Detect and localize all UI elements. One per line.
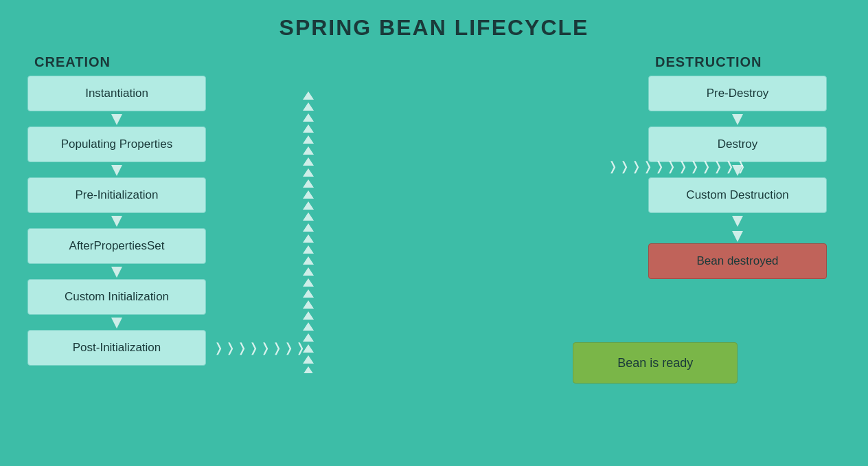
svg-marker-28 (303, 344, 314, 353)
pre-destroy-box: Pre-Destroy (648, 76, 827, 111)
vertical-arrows-col (296, 85, 321, 373)
populating-properties-box: Populating Properties (27, 126, 206, 162)
middle-column: ❭ ❭ ❭ ❭ ❭ ❭ ❭ ❭ ❭ ❭ ❭ ❭ Bean is ready (236, 85, 380, 373)
svg-marker-30 (303, 366, 314, 373)
svg-marker-18 (303, 234, 314, 243)
after-properties-set-box: AfterPropertiesSet (27, 228, 206, 264)
svg-marker-31 (732, 114, 743, 125)
destroy-box: Destroy (648, 126, 827, 162)
svg-marker-4 (111, 318, 122, 329)
svg-marker-34 (732, 231, 743, 242)
custom-destruction-box: Custom Destruction (648, 177, 827, 213)
svg-marker-1 (111, 165, 122, 176)
svg-marker-6 (303, 102, 314, 111)
bean-destroyed-box: Bean destroyed (648, 243, 827, 279)
svg-marker-25 (303, 311, 314, 320)
creation-label: CREATION (34, 54, 111, 70)
svg-marker-29 (303, 355, 314, 364)
arrow-5 (27, 316, 206, 329)
arrow-1 (27, 113, 206, 125)
pre-initialization-box: Pre-Initialization (27, 177, 206, 213)
creation-column: CREATION Instantiation Populating Proper… (27, 54, 236, 366)
bean-ready-box: Bean is ready (573, 342, 738, 384)
svg-marker-8 (303, 124, 314, 133)
svg-marker-26 (303, 322, 314, 331)
svg-marker-27 (303, 333, 314, 342)
svg-marker-24 (303, 300, 314, 309)
d-arrow-1 (648, 113, 827, 125)
svg-marker-33 (732, 216, 743, 227)
svg-marker-12 (303, 168, 314, 177)
svg-marker-5 (303, 91, 314, 100)
diagram: CREATION Instantiation Populating Proper… (0, 54, 868, 373)
svg-marker-11 (303, 157, 314, 166)
svg-marker-16 (303, 212, 314, 221)
svg-marker-17 (303, 223, 314, 232)
d-arrow-3 (648, 214, 827, 227)
svg-marker-13 (303, 179, 314, 188)
post-initialization-box: Post-Initialization (27, 330, 206, 366)
arrow-2 (27, 164, 206, 176)
svg-marker-21 (303, 267, 314, 276)
svg-marker-19 (303, 245, 314, 254)
svg-marker-0 (111, 114, 122, 125)
svg-marker-3 (111, 267, 122, 278)
svg-marker-23 (303, 289, 314, 298)
page-title: SPRING BEAN LIFECYCLE (0, 0, 868, 47)
top-horizontal-arrows: ❭ ❭ ❭ ❭ ❭ ❭ ❭ ❭ ❭ ❭ ❭ ❭ (607, 160, 747, 173)
arrow-3 (27, 214, 206, 227)
svg-marker-10 (303, 146, 314, 155)
instantiation-box: Instantiation (27, 76, 206, 111)
svg-marker-14 (303, 190, 314, 199)
arrow-4 (27, 265, 206, 278)
svg-marker-2 (111, 216, 122, 227)
svg-marker-22 (303, 278, 314, 287)
custom-initialization-box: Custom Initialization (27, 279, 206, 315)
bean-ready-area: Bean is ready (573, 342, 738, 384)
svg-marker-9 (303, 135, 314, 144)
destruction-label: DESTRUCTION (655, 54, 762, 70)
svg-marker-20 (303, 256, 314, 265)
vertical-arrows-svg (296, 85, 321, 373)
svg-marker-7 (303, 113, 314, 122)
d-arrow-4 (648, 230, 827, 242)
svg-marker-15 (303, 201, 314, 210)
